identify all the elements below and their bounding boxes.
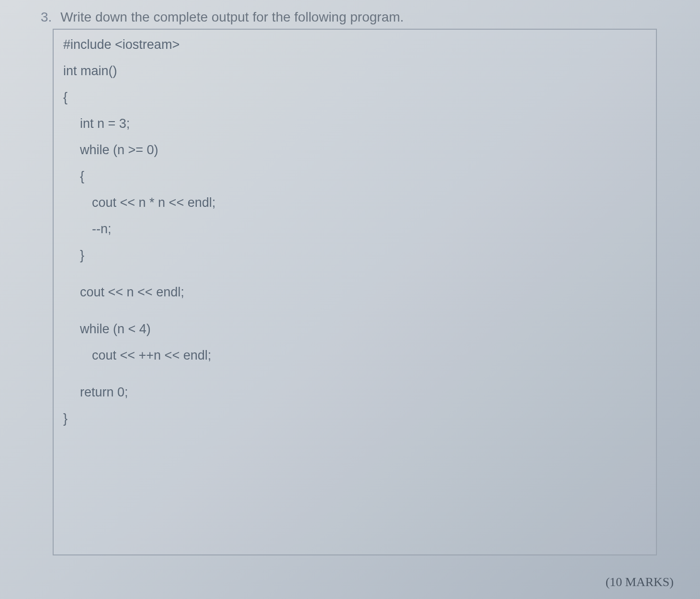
code-line: cout << n * n << endl; xyxy=(63,196,646,209)
code-line: { xyxy=(63,170,646,183)
code-line: int main() xyxy=(63,65,646,78)
code-line: cout << ++n << endl; xyxy=(63,349,646,362)
code-line: } xyxy=(63,412,646,425)
code-box: #include <iostream> int main() { int n =… xyxy=(53,29,657,555)
code-line: return 0; xyxy=(63,386,646,399)
code-line: --n; xyxy=(63,223,646,236)
code-line: while (n < 4) xyxy=(63,323,646,336)
question-text: Write down the complete output for the f… xyxy=(60,10,404,25)
question-number: 3. xyxy=(41,10,52,25)
marks-label: (10 MARKS) xyxy=(606,575,674,589)
code-line: { xyxy=(63,91,646,104)
code-line: while (n >= 0) xyxy=(63,144,646,157)
code-line: } xyxy=(63,249,646,262)
code-line: int n = 3; xyxy=(63,117,646,130)
question-header: 3. Write down the complete output for th… xyxy=(41,10,676,25)
code-line: cout << n << endl; xyxy=(63,286,646,299)
code-line: #include <iostream> xyxy=(63,38,646,51)
